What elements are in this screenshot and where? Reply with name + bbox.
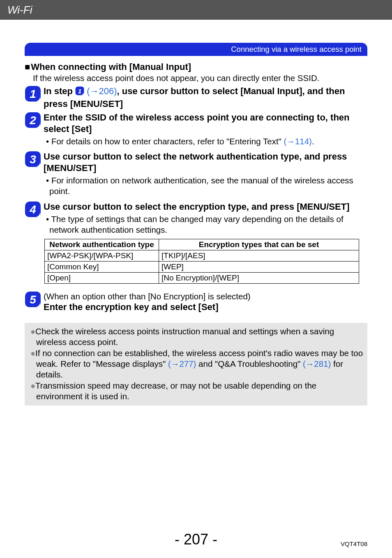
note-2-mid: and "Q&A Troubleshooting"	[196, 359, 303, 368]
step-5: 5 (When an option other than [No Encrypt…	[25, 291, 367, 313]
page-number: - 207 -	[175, 531, 217, 548]
step-number-2-icon: 2	[25, 112, 41, 128]
step-2-bullet-link[interactable]: (→114)	[284, 137, 312, 146]
section-intro: If the wireless access point does not ap…	[33, 73, 367, 83]
step-2-body: Enter the SSID of the wireless access po…	[44, 112, 367, 147]
svg-text:1: 1	[78, 88, 82, 95]
step-number-4-icon: 4	[25, 201, 41, 218]
step-5-parenthetical: (When an option other than [No Encryptio…	[44, 291, 367, 302]
step-4-bullet: • The type of settings that can be chang…	[46, 214, 367, 235]
table-row: [Open] [No Encryption]/[WEP]	[45, 272, 359, 283]
svg-text:1: 1	[30, 88, 36, 100]
step-3-bullet: • For information on network authenticat…	[46, 175, 367, 197]
banner-text: Connecting via a wireless access point	[231, 45, 362, 54]
square-bullet-icon: ■	[25, 62, 30, 72]
step-4: 4 Use cursor button to select the encryp…	[25, 201, 367, 236]
step-2-title: Enter the SSID of the wireless access po…	[44, 112, 367, 134]
table-cell: [No Encryption]/[WEP]	[159, 272, 359, 283]
step-4-body: Use cursor button to select the encrypti…	[44, 201, 367, 236]
step-number-5-icon: 5	[25, 291, 41, 308]
svg-text:3: 3	[30, 153, 36, 166]
step-2-bullet: • For details on how to enter characters…	[46, 136, 367, 147]
footer-code: VQT4T08	[341, 540, 367, 547]
step-5-body: (When an option other than [No Encryptio…	[44, 291, 367, 313]
svg-text:4: 4	[29, 203, 36, 216]
encryption-table: Network authentication type Encryption t…	[44, 239, 359, 284]
table-cell: [WEP]	[159, 261, 359, 272]
section-heading-text: When connecting with [Manual Input]	[31, 62, 191, 72]
table-header-col2: Encryption types that can be set	[159, 239, 359, 250]
inline-step-1-icon: 1	[75, 86, 84, 98]
step-1: 1 In step 1 (→206), use cursor button to…	[25, 86, 367, 109]
svg-text:2: 2	[29, 114, 36, 127]
header-title: Wi-Fi	[7, 4, 32, 16]
step-1-link[interactable]: (→206)	[87, 86, 117, 96]
svg-text:5: 5	[30, 293, 36, 306]
note-2-link-2[interactable]: (→281)	[303, 359, 331, 368]
step-1-title: In step 1 (→206), use cursor button to s…	[44, 86, 367, 109]
table-cell: [WPA2-PSK]/[WPA-PSK]	[45, 250, 159, 261]
table-row: [WPA2-PSK]/[WPA-PSK] [TKIP]/[AES]	[45, 250, 359, 261]
table-cell: [TKIP]/[AES]	[159, 250, 359, 261]
step-3-bullet-text: For information on network authenticatio…	[49, 176, 353, 196]
table-cell: [Common Key]	[45, 261, 159, 272]
step-3: 3 Use cursor button to select the networ…	[25, 151, 367, 197]
footer: - 207 - VQT4T08	[0, 531, 392, 548]
page-banner: Connecting via a wireless access point	[25, 43, 367, 56]
note-1-text: Check the wireless access points instruc…	[35, 326, 334, 347]
table-header-col1: Network authentication type	[45, 239, 159, 250]
notes-box: ●Check the wireless access points instru…	[25, 323, 367, 405]
note-2-link-1[interactable]: (→277)	[168, 359, 196, 368]
header-bar: Wi-Fi	[0, 0, 392, 20]
note-item-3: ●Transmission speed may decrease, or may…	[28, 380, 364, 402]
step-number-3-icon: 3	[25, 151, 41, 167]
bullet-icon: ●	[30, 381, 35, 390]
bullet-icon: ●	[30, 327, 35, 336]
table-header-row: Network authentication type Encryption t…	[45, 239, 359, 250]
bullet-icon: ●	[30, 349, 35, 358]
step-4-title: Use cursor button to select the encrypti…	[44, 201, 367, 213]
step-1-body: In step 1 (→206), use cursor button to s…	[44, 86, 367, 109]
note-item-2: ●If no connection can be established, th…	[28, 348, 364, 380]
step-3-body: Use cursor button to select the network …	[44, 151, 367, 197]
step-1-pre: In step	[44, 86, 75, 96]
table-row: [Common Key] [WEP]	[45, 261, 359, 272]
step-3-title: Use cursor button to select the network …	[44, 151, 367, 174]
step-5-title: Enter the encryption key and select [Set…	[44, 301, 367, 313]
note-3-text: Transmission speed may decrease, or may …	[35, 381, 316, 401]
step-2-bullet-pre: For details on how to enter characters, …	[51, 137, 284, 146]
note-item-1: ●Check the wireless access points instru…	[28, 326, 364, 348]
table-cell: [Open]	[45, 272, 159, 283]
section-heading: ■ When connecting with [Manual Input]	[25, 62, 367, 72]
step-2-bullet-post: .	[312, 137, 314, 146]
step-4-bullet-text: The type of settings that can be changed…	[49, 214, 344, 234]
step-2: 2 Enter the SSID of the wireless access …	[25, 112, 367, 147]
content-area: Connecting via a wireless access point ■…	[0, 20, 392, 405]
step-number-1-icon: 1	[25, 86, 41, 102]
